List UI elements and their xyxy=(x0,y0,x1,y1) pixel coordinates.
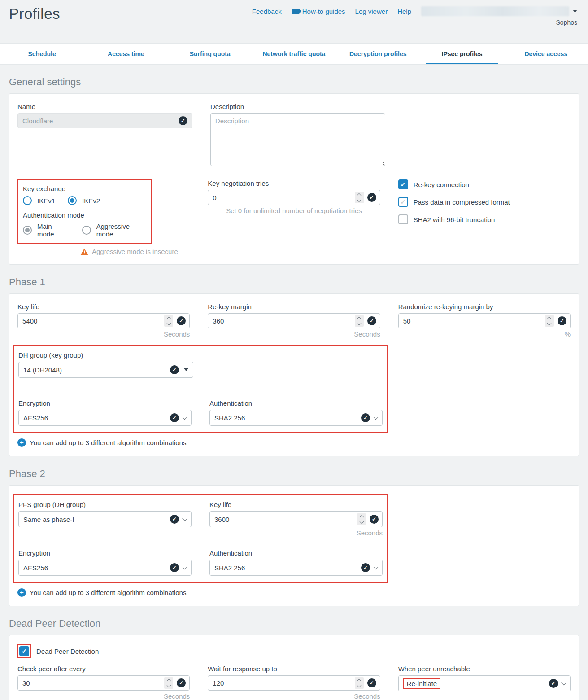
valid-check-icon: ✓ xyxy=(558,316,566,325)
stepper-up-icon xyxy=(166,678,171,683)
plus-circle-icon: + xyxy=(17,588,26,597)
redacted-user-name xyxy=(421,6,569,16)
tab-access-time[interactable]: Access time xyxy=(84,44,168,64)
dpd-wait-label: Wait for response up to xyxy=(208,665,380,673)
chevron-down-icon xyxy=(373,564,378,569)
radio-ikev2[interactable] xyxy=(68,196,77,205)
p1-authentication-value: SHA2 256 xyxy=(214,414,358,422)
stepper-control[interactable] xyxy=(164,677,173,689)
description-label: Description xyxy=(210,103,385,110)
phase1-card: Key life ✓ Seconds Re-key margin ✓ Secon… xyxy=(9,293,579,456)
dpd-enable-checkbox[interactable]: ✓ xyxy=(19,646,29,656)
p1-encryption-select[interactable]: AES256 ✓ xyxy=(18,410,192,426)
p1-encryption-value: AES256 xyxy=(23,414,167,422)
compressed-format-checkbox[interactable]: ✓ xyxy=(398,197,408,207)
tab-network-traffic-quota[interactable]: Network traffic quota xyxy=(252,44,336,64)
p1-key-life-input[interactable] xyxy=(22,317,164,325)
sha2-truncation-label: SHA2 with 96-bit truncation xyxy=(414,216,495,223)
log-viewer-link[interactable]: Log viewer xyxy=(355,8,388,15)
general-settings-heading: General settings xyxy=(9,76,579,88)
top-bar: Profiles Feedback How-to guides Log view… xyxy=(0,0,588,43)
valid-check-icon: ✓ xyxy=(549,679,558,688)
key-negotiation-input[interactable] xyxy=(213,194,354,201)
stepper-control[interactable] xyxy=(355,192,364,203)
p2-authentication-select[interactable]: SHA2 256 ✓ xyxy=(209,560,383,576)
tab-ipsec-profiles[interactable]: IPsec profiles xyxy=(420,44,504,64)
p2-pfs-select[interactable]: Same as phase-I ✓ xyxy=(18,511,192,527)
p2-add-combination-text: You can add up to 3 different algorithm … xyxy=(30,589,186,596)
radio-main-mode[interactable] xyxy=(23,226,32,235)
stepper-control[interactable] xyxy=(545,315,554,327)
stepper-down-icon xyxy=(166,683,171,687)
p1-rekey-margin-input[interactable] xyxy=(213,317,354,325)
valid-check-icon: ✓ xyxy=(170,413,179,422)
sha2-truncation-checkbox[interactable]: ✓ xyxy=(398,214,408,224)
p1-randomize-label: Randomize re-keying margin by xyxy=(398,303,571,311)
video-camera-icon xyxy=(292,9,300,14)
plus-circle-icon: + xyxy=(17,438,26,447)
howto-guides-link[interactable]: How-to guides xyxy=(292,8,345,15)
radio-aggressive-mode-label: Aggressive mode xyxy=(96,223,147,238)
tab-schedule[interactable]: Schedule xyxy=(0,44,84,64)
dpd-wait-input[interactable] xyxy=(213,679,354,687)
tab-decryption-profiles[interactable]: Decryption profiles xyxy=(336,44,420,64)
p2-add-combination[interactable]: + You can add up to 3 different algorith… xyxy=(17,588,571,597)
brand-label: Sophos xyxy=(556,19,577,26)
name-input[interactable] xyxy=(22,117,175,125)
valid-check-icon: ✓ xyxy=(361,563,370,572)
p1-key-life-label: Key life xyxy=(17,303,190,311)
p1-add-combination-text: You can add up to 3 different algorithm … xyxy=(30,439,186,446)
stepper-down-icon xyxy=(359,519,364,524)
tab-surfing-quota[interactable]: Surfing quota xyxy=(168,44,252,64)
rekey-connection-row: ✓ Re-key connection xyxy=(398,179,571,189)
phase2-card: PFS group (DH group) Same as phase-I ✓ K… xyxy=(9,485,579,606)
stepper-control[interactable] xyxy=(164,315,173,327)
radio-main-mode-label: Main mode xyxy=(37,223,70,238)
authentication-mode-label: Authentication mode xyxy=(23,211,147,219)
p2-encryption-select[interactable]: AES256 ✓ xyxy=(18,560,192,576)
user-menu[interactable] xyxy=(421,6,577,16)
p1-add-combination[interactable]: + You can add up to 3 different algorith… xyxy=(17,438,571,447)
rekey-connection-checkbox[interactable]: ✓ xyxy=(398,179,408,189)
dpd-check-peer-input[interactable] xyxy=(22,679,164,687)
help-link[interactable]: Help xyxy=(397,8,411,15)
p2-key-life-unit: Seconds xyxy=(209,529,383,537)
stepper-down-icon xyxy=(357,683,362,687)
radio-aggressive-mode[interactable] xyxy=(82,226,91,235)
p1-dh-group-select[interactable]: 14 (DH2048) ✓ xyxy=(18,362,193,378)
stepper-control[interactable] xyxy=(357,513,366,525)
p1-authentication-label: Authentication xyxy=(209,399,383,407)
chevron-down-icon xyxy=(573,10,577,13)
radio-ikev1-label: IKEv1 xyxy=(37,197,55,205)
p1-dh-group-label: DH group (key group) xyxy=(18,351,193,359)
dpd-checkbox-highlight-box: ✓ xyxy=(17,644,31,658)
p2-authentication-label: Authentication xyxy=(209,549,383,557)
valid-check-icon: ✓ xyxy=(361,413,370,422)
p1-key-life-field: ✓ xyxy=(17,313,190,328)
dpd-unreachable-select[interactable]: Re-initiate ✓ xyxy=(398,675,571,691)
sha2-truncation-row: ✓ SHA2 with 96-bit truncation xyxy=(398,214,571,224)
aggressive-warning-text: Aggressive mode is insecure xyxy=(92,248,178,255)
tab-device-access[interactable]: Device access xyxy=(504,44,588,64)
stepper-up-icon xyxy=(357,678,362,683)
stepper-control[interactable] xyxy=(355,315,364,327)
radio-ikev2-label: IKEv2 xyxy=(82,197,100,205)
phase2-heading: Phase 2 xyxy=(9,468,579,480)
name-label: Name xyxy=(17,103,192,110)
dpd-unreachable-label: When peer unreachable xyxy=(398,665,571,673)
dpd-enable-label: Dead Peer Detection xyxy=(36,648,99,655)
dpd-wait-field: ✓ xyxy=(208,675,380,691)
dpd-heading: Dead Peer Detection xyxy=(9,618,579,630)
p1-authentication-select[interactable]: SHA2 256 ✓ xyxy=(209,410,383,426)
chevron-down-icon xyxy=(561,680,566,685)
feedback-link[interactable]: Feedback xyxy=(252,8,282,15)
stepper-up-icon xyxy=(166,316,171,321)
valid-check-icon: ✓ xyxy=(367,678,376,687)
valid-check-icon: ✓ xyxy=(367,193,376,202)
description-textarea[interactable] xyxy=(210,113,385,166)
radio-ikev1[interactable] xyxy=(23,196,32,205)
p1-randomize-input[interactable] xyxy=(403,317,545,325)
p2-key-life-input[interactable] xyxy=(214,516,357,523)
stepper-control[interactable] xyxy=(355,677,364,689)
p2-encryption-value: AES256 xyxy=(23,564,167,572)
